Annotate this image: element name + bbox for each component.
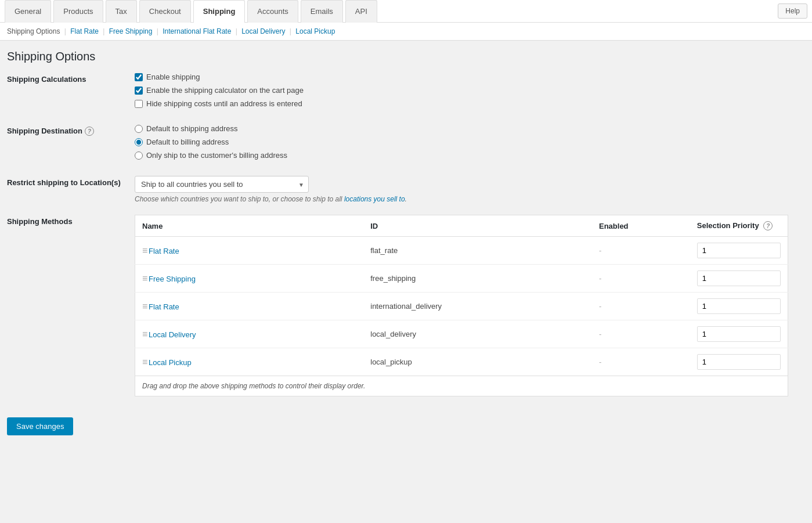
- enable-calculator-checkbox[interactable]: [135, 86, 143, 95]
- hide-costs-checkbox[interactable]: [135, 100, 143, 108]
- method-id-cell-2: international_delivery: [363, 293, 592, 320]
- table-row: ≡ Flat Rate international_delivery -: [135, 293, 788, 320]
- tab-shipping[interactable]: Shipping: [193, 0, 246, 23]
- sep2: |: [103, 27, 104, 35]
- tab-products[interactable]: Products: [53, 0, 103, 23]
- sep1: |: [64, 27, 66, 35]
- breadcrumb-local-pickup[interactable]: Local Pickup: [295, 27, 335, 35]
- shipping-methods-section: Shipping Methods Name ID Enabled Selecti…: [7, 215, 788, 396]
- method-name-link-0[interactable]: Flat Rate: [149, 247, 179, 255]
- method-enabled-cell-0: -: [592, 237, 690, 265]
- radio-default-billing[interactable]: [135, 138, 143, 146]
- restrict-shipping-helper: Choose which countries you want to ship …: [135, 195, 788, 203]
- priority-input-1[interactable]: [697, 270, 781, 286]
- method-priority-cell-2: [690, 293, 788, 320]
- breadcrumb-flat-rate[interactable]: Flat Rate: [70, 27, 99, 35]
- restrict-shipping-select-wrap: Ship to all countries you sell to Ship t…: [135, 176, 309, 193]
- priority-input-4[interactable]: [697, 354, 781, 370]
- col-header-name: Name: [135, 215, 364, 237]
- locations-link[interactable]: locations you sell to: [344, 195, 405, 203]
- restrict-shipping-label: Restrict shipping to Location(s): [7, 176, 135, 203]
- help-button[interactable]: Help: [778, 3, 807, 19]
- tab-general[interactable]: General: [5, 0, 51, 23]
- table-row: ≡ Free Shipping free_shipping -: [135, 265, 788, 293]
- radio-only-billing[interactable]: [135, 152, 143, 160]
- main-content: Shipping Options Shipping Calculations E…: [0, 41, 795, 445]
- priority-input-3[interactable]: [697, 326, 781, 342]
- breadcrumb-local-delivery[interactable]: Local Delivery: [241, 27, 285, 35]
- table-footer-note: Drag and drop the above shipping methods…: [135, 376, 788, 396]
- hide-costs-row: Hide shipping costs until an address is …: [135, 99, 788, 108]
- method-id-cell-1: free_shipping: [363, 265, 592, 293]
- table-row: ≡ Flat Rate flat_rate -: [135, 237, 788, 265]
- tab-tax[interactable]: Tax: [106, 0, 137, 23]
- drag-handle-2[interactable]: ≡: [142, 301, 146, 311]
- tab-api[interactable]: API: [345, 0, 377, 23]
- breadcrumb-current: Shipping Options: [7, 27, 60, 35]
- method-name-cell-3: ≡ Local Delivery: [135, 320, 364, 348]
- shipping-methods-content: Name ID Enabled Selection Priority ? ≡ F…: [135, 215, 788, 396]
- top-navigation-bar: General Products Tax Checkout Shipping A…: [0, 0, 812, 23]
- radio-only-billing-label: Only ship to the customer's billing addr…: [146, 151, 287, 160]
- radio-default-shipping-label: Default to shipping address: [146, 124, 238, 133]
- method-id-cell-0: flat_rate: [363, 237, 592, 265]
- main-tabs: General Products Tax Checkout Shipping A…: [5, 0, 380, 22]
- enable-shipping-checkbox[interactable]: [135, 73, 143, 81]
- breadcrumb: Shipping Options | Flat Rate | Free Ship…: [0, 23, 812, 41]
- method-priority-cell-1: [690, 265, 788, 293]
- drag-handle-0[interactable]: ≡: [142, 246, 146, 255]
- tab-emails[interactable]: Emails: [301, 0, 343, 23]
- method-id-cell-4: local_pickup: [363, 348, 592, 376]
- method-priority-cell-0: [690, 237, 788, 265]
- method-name-link-4[interactable]: Local Pickup: [149, 358, 192, 367]
- enabled-dash-3: -: [599, 330, 601, 338]
- col-header-priority: Selection Priority ?: [690, 215, 788, 237]
- drag-handle-1[interactable]: ≡: [142, 273, 146, 283]
- method-name-link-2[interactable]: Flat Rate: [149, 302, 179, 311]
- hide-costs-label: Hide shipping costs until an address is …: [146, 99, 302, 108]
- priority-input-0[interactable]: [697, 243, 781, 258]
- table-header-row: Name ID Enabled Selection Priority ?: [135, 215, 788, 237]
- shipping-destination-section: Shipping Destination ? Default to shippi…: [7, 124, 788, 164]
- enabled-dash-4: -: [599, 358, 601, 366]
- priority-input-2[interactable]: [697, 298, 781, 314]
- tab-accounts[interactable]: Accounts: [247, 0, 298, 23]
- enable-shipping-label: Enable shipping: [146, 73, 200, 81]
- sep3: |: [157, 27, 158, 35]
- method-enabled-cell-4: -: [592, 348, 690, 376]
- tab-checkout[interactable]: Checkout: [139, 0, 191, 23]
- method-name-cell-0: ≡ Flat Rate: [135, 237, 364, 265]
- shipping-calculations-label: Shipping Calculations: [7, 73, 135, 113]
- method-priority-cell-4: [690, 348, 788, 376]
- restrict-shipping-section: Restrict shipping to Location(s) Ship to…: [7, 176, 788, 203]
- breadcrumb-international[interactable]: International Flat Rate: [163, 27, 231, 35]
- method-name-link-3[interactable]: Local Delivery: [149, 330, 196, 339]
- shipping-destination-label: Shipping Destination ?: [7, 124, 135, 164]
- enabled-dash-0: -: [599, 246, 601, 255]
- enabled-dash-2: -: [599, 302, 601, 311]
- priority-help-icon[interactable]: ?: [763, 221, 773, 230]
- shipping-destination-help-icon[interactable]: ?: [85, 127, 94, 136]
- shipping-methods-table: Name ID Enabled Selection Priority ? ≡ F…: [135, 215, 788, 376]
- save-changes-button[interactable]: Save changes: [7, 417, 73, 435]
- method-id-cell-3: local_delivery: [363, 320, 592, 348]
- drag-handle-4[interactable]: ≡: [142, 357, 146, 367]
- method-name-cell-2: ≡ Flat Rate: [135, 293, 364, 320]
- breadcrumb-free-shipping[interactable]: Free Shipping: [109, 27, 153, 35]
- drag-handle-3[interactable]: ≡: [142, 329, 146, 339]
- method-name-link-1[interactable]: Free Shipping: [149, 275, 196, 283]
- shipping-calculations-section: Shipping Calculations Enable shipping En…: [7, 73, 788, 113]
- restrict-shipping-select[interactable]: Ship to all countries you sell to Ship t…: [135, 176, 309, 193]
- enable-calculator-row: Enable the shipping calculator on the ca…: [135, 86, 788, 95]
- page-title: Shipping Options: [7, 50, 788, 63]
- radio-only-billing-row: Only ship to the customer's billing addr…: [135, 151, 788, 160]
- shipping-destination-content: Default to shipping address Default to b…: [135, 124, 788, 164]
- method-enabled-cell-2: -: [592, 293, 690, 320]
- radio-default-shipping[interactable]: [135, 125, 143, 133]
- radio-default-billing-label: Default to billing address: [146, 138, 229, 146]
- shipping-methods-label: Shipping Methods: [7, 215, 135, 396]
- helper-text-before: Choose which countries you want to ship …: [135, 195, 344, 203]
- enable-calculator-label: Enable the shipping calculator on the ca…: [146, 86, 304, 95]
- method-priority-cell-3: [690, 320, 788, 348]
- radio-default-shipping-row: Default to shipping address: [135, 124, 788, 133]
